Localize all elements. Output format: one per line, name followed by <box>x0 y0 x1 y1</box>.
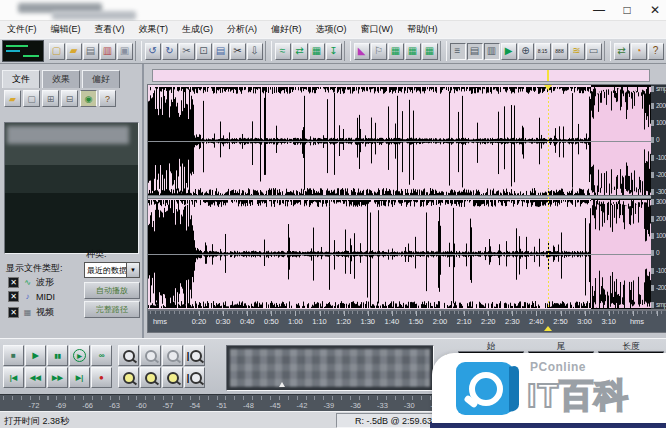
save-button[interactable]: ▤ <box>83 43 99 60</box>
help-button[interactable]: ? <box>648 43 664 60</box>
spectral-view-button[interactable]: ◣ <box>354 43 370 60</box>
timeline-tick-label: 2:10 <box>457 317 472 326</box>
tab-偏好[interactable]: 偏好 <box>82 70 120 88</box>
paste-button[interactable]: ⇩ <box>247 43 263 60</box>
save-as-icon: ▥ <box>103 46 112 56</box>
overview-cursor[interactable] <box>547 70 549 81</box>
checkbox-MIDI[interactable]: ✕ <box>8 291 19 302</box>
track-grid-1-button[interactable]: ▦ <box>388 43 404 60</box>
add-file-button[interactable]: ⊞ <box>42 90 59 107</box>
filetype-row-视频: ✕▦视频 <box>8 306 54 319</box>
zoom-out-horizontal-icon <box>145 372 157 384</box>
insert-multitrack-button[interactable]: ▦ <box>309 43 325 60</box>
maximize-icon[interactable]: □ <box>620 0 634 20</box>
tab-效果[interactable]: 效果 <box>42 70 80 88</box>
window-button[interactable]: ▭ <box>586 43 602 60</box>
zoom-to-right-edge-button[interactable]: | <box>184 367 205 388</box>
menu-item-3[interactable]: 效果(T) <box>132 21 176 38</box>
zoom-in-icon <box>123 350 135 362</box>
menu-item-1[interactable]: 编辑(E) <box>44 21 88 38</box>
full-path-button[interactable]: 完整路径 <box>84 301 140 318</box>
minimize-icon[interactable]: — <box>592 0 606 20</box>
pause-button[interactable]: ▮▮ <box>47 345 68 366</box>
clock-button[interactable]: ◔ <box>631 43 647 60</box>
playhead-timeline-marker-icon[interactable] <box>544 326 552 331</box>
play-list-button[interactable]: ▤ <box>467 43 483 60</box>
close-file-button[interactable]: ▢ <box>23 90 40 107</box>
file-info-button[interactable]: ▥ <box>484 43 500 60</box>
menu-item-7[interactable]: 选项(O) <box>309 21 354 38</box>
options-button[interactable]: ◉ <box>80 90 97 107</box>
close-icon[interactable]: ✕ <box>648 0 662 20</box>
undo-button[interactable]: ↺ <box>145 43 161 60</box>
zoom-full-button[interactable] <box>162 345 183 366</box>
help-button[interactable]: ? <box>99 90 116 107</box>
playhead-top-marker-icon[interactable] <box>544 85 552 90</box>
waveform-canvas[interactable] <box>148 85 651 309</box>
menu-item-9[interactable]: 帮助(H) <box>400 21 445 38</box>
copy-button[interactable]: ▤ <box>213 43 229 60</box>
open-folder-button[interactable]: ▰ <box>4 90 21 107</box>
ruler-label: 0 <box>651 250 666 256</box>
convert-sample-type-button[interactable]: ⇄ <box>292 43 308 60</box>
timeline-ruler[interactable]: hms0:200:300:400:501:001:101:201:301:401… <box>147 310 666 333</box>
waveform-display[interactable]: smpl20000100000-10000-20000-30000 300002… <box>147 84 666 310</box>
insert-file-button[interactable]: ⊟ <box>61 90 78 107</box>
status-cursor-info-text: R: -.5dB @ 2:59.638 <box>355 416 437 426</box>
menu-item-0[interactable]: 文件(F) <box>0 21 44 38</box>
redo-button[interactable]: ↻ <box>162 43 178 60</box>
cut-button[interactable]: ✂ <box>230 43 246 60</box>
meter-db-label: -39 <box>323 401 334 410</box>
go-to-start-button[interactable]: |◀ <box>3 367 24 388</box>
sample-display-button[interactable]: 888 <box>552 43 568 60</box>
menu-item-2[interactable]: 查看(V) <box>88 21 132 38</box>
checkbox-波形[interactable]: ✕ <box>8 277 19 288</box>
eq-bars-button[interactable]: ≋ <box>569 43 585 60</box>
play-looped-button[interactable]: ▶ <box>69 345 90 366</box>
menu-item-4[interactable]: 生成(G) <box>175 21 220 38</box>
insert-multitrack-icon: ▦ <box>312 46 321 56</box>
ruler-label: smpl <box>651 302 666 308</box>
zoom-out-horizontal-button[interactable] <box>140 367 161 388</box>
close-file-button[interactable]: ▣ <box>117 43 133 60</box>
file-list[interactable] <box>4 122 139 254</box>
chevron-down-icon[interactable]: ▼ <box>126 263 139 277</box>
open-file-button[interactable]: ▰ <box>66 43 82 60</box>
shortcuts-button[interactable]: ⇄ <box>614 43 630 60</box>
time-window-button[interactable]: 8:15 <box>535 43 551 60</box>
track-grid-3-button[interactable]: ▦ <box>422 43 438 60</box>
loop-button[interactable]: ∞ <box>91 345 112 366</box>
menu-item-5[interactable]: 分析(A) <box>220 21 264 38</box>
zoom-to-selection-button[interactable] <box>162 367 183 388</box>
auto-play-button[interactable]: 自动播放 <box>84 282 140 299</box>
menu-item-8[interactable]: 窗口(W) <box>354 21 401 38</box>
mix-paste-button[interactable]: ≈ <box>275 43 291 60</box>
new-file-button[interactable]: ▢ <box>49 43 65 60</box>
cut-small-button[interactable]: ✂ <box>179 43 195 60</box>
fast-forward-button[interactable]: ▶▶ <box>47 367 68 388</box>
cue-list-button[interactable]: ≡ <box>450 43 466 60</box>
find-button[interactable]: ⊕ <box>518 43 534 60</box>
zoom-out-button[interactable] <box>140 345 161 366</box>
record-button[interactable]: ● <box>91 367 112 388</box>
menu-item-6[interactable]: 偏好(R) <box>264 21 309 38</box>
checkbox-视频[interactable]: ✕ <box>8 307 19 318</box>
meter-db-label: -45 <box>270 401 281 410</box>
overview-bar[interactable] <box>152 69 650 82</box>
zoom-in-horizontal-button[interactable] <box>118 367 139 388</box>
trim-button[interactable]: ⊡ <box>196 43 212 60</box>
zoom-in-button[interactable] <box>118 345 139 366</box>
track-grid-2-button[interactable]: ▦ <box>405 43 421 60</box>
flag-button[interactable]: ⚐ <box>371 43 387 60</box>
zoom-to-left-edge-button[interactable]: | <box>184 345 205 366</box>
stop-button[interactable]: ■ <box>3 345 24 366</box>
save-as-button[interactable]: ▥ <box>100 43 116 60</box>
extract-audio-button[interactable]: ↧ <box>326 43 342 60</box>
play-button[interactable]: ▶ <box>25 345 46 366</box>
tab-文件[interactable]: 文件 <box>2 70 40 88</box>
sort-dropdown[interactable]: 最近的数据 ▼ <box>84 262 140 278</box>
ruler-label: 0 <box>651 137 666 143</box>
go-to-end-button[interactable]: ▶| <box>69 367 90 388</box>
rewind-button[interactable]: ◀◀ <box>25 367 46 388</box>
play-cue-button[interactable]: ▶ <box>501 43 517 60</box>
